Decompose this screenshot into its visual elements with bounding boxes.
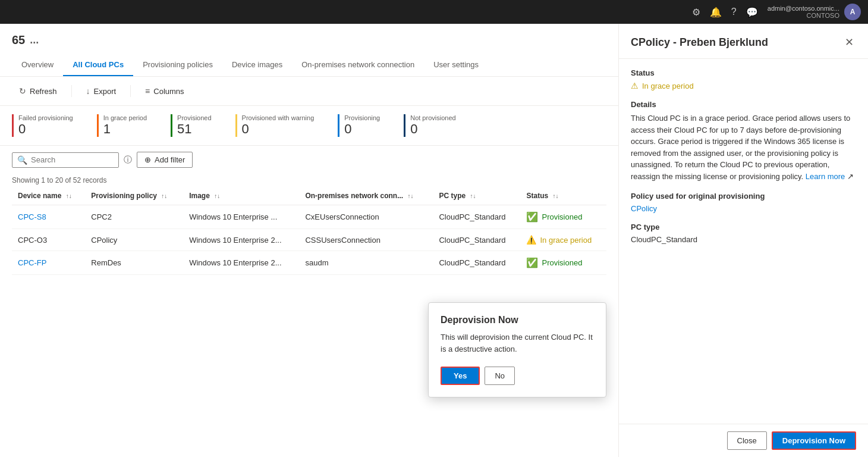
add-filter-label: Add filter (155, 155, 185, 164)
col-on-premises[interactable]: On-premises network conn... ↑↓ (299, 187, 433, 205)
col-pc-type[interactable]: PC type ↑↓ (433, 187, 520, 205)
user-name: admin@contoso.onmic... (768, 5, 839, 12)
stat-grace-label: In grace period (103, 114, 147, 121)
info-icon[interactable]: ⓘ (124, 155, 132, 165)
sort-status: ↑↓ (553, 193, 559, 199)
detail-panel: CPolicy - Preben Bjerklund ✕ Status ⚠ In… (618, 24, 868, 457)
sort-on-premises: ↑↓ (407, 193, 413, 199)
stat-not-provisioned[interactable]: Not provisioned 0 (404, 114, 473, 137)
refresh-icon: ↻ (19, 86, 26, 96)
device-name-cpc-s8[interactable]: CPC-S8 (18, 212, 46, 221)
stat-provisioned-label: Provisioned (177, 114, 211, 121)
learn-more-link[interactable]: Learn more (806, 172, 845, 181)
tab-provisioning-policies[interactable]: Provisioning policies (133, 54, 222, 76)
col-provisioning-policy[interactable]: Provisioning policy ↑↓ (85, 187, 183, 205)
table-row: CPC-S8 CPC2 Windows 10 Enterprise ... Cx… (12, 205, 606, 229)
deprovision-now-button[interactable]: Deprovision Now (772, 431, 856, 450)
panel-header: CPolicy - Preben Bjerklund ✕ (619, 24, 868, 59)
tab-all-cloud-pcs[interactable]: All Cloud PCs (63, 54, 133, 76)
stat-provisioned-value: 51 (177, 121, 211, 137)
sort-image: ↑↓ (214, 193, 220, 199)
warn-icon: ⚠️ (526, 235, 536, 245)
panel-status-label: Status (631, 68, 856, 77)
panel-warn-icon: ⚠ (631, 81, 639, 90)
status-cpc-s8: ✅ Provisioned (520, 205, 606, 229)
panel-policy-value[interactable]: CPolicy (631, 204, 657, 213)
on-premises-cpc-fp: saudm (299, 251, 433, 275)
stat-warning[interactable]: Provisioned with warning 0 (235, 114, 332, 137)
pc-type-cpc-o3: CloudPC_Standard (433, 229, 520, 251)
records-info: Showing 1 to 20 of 52 records (0, 174, 618, 187)
sort-device-name: ↑↓ (66, 193, 72, 199)
search-icon: 🔍 (17, 155, 27, 165)
confirm-no-button[interactable]: No (485, 367, 515, 385)
panel-policy-section: Policy used for original provisioning CP… (631, 192, 856, 213)
tab-on-premises[interactable]: On-premises network connection (292, 54, 424, 76)
stat-provisioning-label: Provisioning (344, 114, 380, 121)
sort-pc-type: ↑↓ (470, 193, 476, 199)
panel-pc-type-section: PC type CloudPC_Standard (631, 223, 856, 244)
topbar: ⚙ 🔔 ? 💬 admin@contoso.onmic... CONTOSO A (0, 0, 868, 24)
panel-policy-label: Policy used for original provisioning (631, 192, 856, 201)
page-title-dots: ... (30, 34, 39, 46)
provisioning-policy-cpc-fp: RemDes (85, 251, 183, 275)
user-menu[interactable]: admin@contoso.onmic... CONTOSO A (768, 4, 861, 20)
help-icon[interactable]: ? (731, 7, 737, 17)
device-name-cpc-o3: CPC-O3 (12, 229, 85, 251)
notification-icon[interactable]: 🔔 (710, 7, 722, 18)
avatar[interactable]: A (844, 4, 861, 20)
columns-button[interactable]: ≡ Columns (138, 83, 191, 99)
on-premises-cpc-s8: CxEUsersConnection (299, 205, 433, 229)
tabs-nav: Overview All Cloud PCs Provisioning poli… (12, 54, 606, 76)
export-label: Export (94, 87, 117, 96)
col-image[interactable]: Image ↑↓ (183, 187, 299, 205)
settings-icon[interactable]: ⚙ (692, 7, 700, 18)
filter-row: 🔍 ⓘ ⊕ Add filter (0, 146, 618, 174)
panel-details-section: Details This Cloud PC is in a grace peri… (631, 100, 856, 182)
export-button[interactable]: ↓ Export (79, 83, 124, 99)
feedback-icon[interactable]: 💬 (746, 7, 758, 18)
panel-content: Status ⚠ In grace period Details This Cl… (619, 59, 868, 424)
export-icon: ↓ (86, 86, 90, 96)
confirm-yes-button[interactable]: Yes (441, 367, 480, 385)
stat-warning-label: Provisioned with warning (242, 114, 315, 121)
columns-label: Columns (153, 87, 184, 96)
stat-warning-value: 0 (242, 121, 315, 137)
panel-details-label: Details (631, 100, 856, 109)
search-box[interactable]: 🔍 (12, 152, 119, 168)
stat-failed-value: 0 (18, 121, 73, 137)
image-cpc-fp: Windows 10 Enterprise 2... (183, 251, 299, 275)
panel-close-action-button[interactable]: Close (727, 431, 767, 450)
stat-failed[interactable]: Failed provisioning 0 (12, 114, 91, 137)
page-title: 65 (12, 33, 25, 47)
panel-close-button[interactable]: ✕ (842, 33, 856, 51)
stat-grace[interactable]: In grace period 1 (97, 114, 165, 137)
confirm-dialog: Deprovision Now This will deprovision th… (428, 302, 606, 397)
stat-provisioning[interactable]: Provisioning 0 (338, 114, 398, 137)
stat-provisioned[interactable]: Provisioned 51 (171, 114, 229, 137)
check-icon-2: ✅ (526, 257, 538, 268)
col-status[interactable]: Status ↑↓ (520, 187, 606, 205)
stat-grace-value: 1 (103, 121, 147, 137)
add-filter-button[interactable]: ⊕ Add filter (137, 152, 193, 168)
stat-provisioning-value: 0 (344, 121, 380, 137)
toolbar-separator-1 (71, 85, 72, 97)
cloud-pcs-table: Device name ↑↓ Provisioning policy ↑↓ Im… (12, 187, 606, 275)
panel-pc-type-label: PC type (631, 223, 856, 231)
stat-not-provisioned-label: Not provisioned (410, 114, 455, 121)
status-cpc-o3: ⚠️ In grace period (520, 229, 606, 251)
device-name-cpc-fp[interactable]: CPC-FP (18, 258, 46, 267)
search-input[interactable] (31, 155, 114, 164)
tenant-name: CONTOSO (768, 12, 839, 19)
table-row: CPC-O3 CPolicy Windows 10 Enterprise 2..… (12, 229, 606, 251)
col-device-name[interactable]: Device name ↑↓ (12, 187, 85, 205)
refresh-button[interactable]: ↻ Refresh (12, 83, 64, 99)
on-premises-cpc-o3: CSSUsersConnection (299, 229, 433, 251)
stats-row: Failed provisioning 0 In grace period 1 … (0, 106, 618, 146)
panel-pc-type-value: CloudPC_Standard (631, 235, 856, 244)
tab-overview[interactable]: Overview (12, 54, 63, 76)
tab-user-settings[interactable]: User settings (424, 54, 488, 76)
image-cpc-o3: Windows 10 Enterprise 2... (183, 229, 299, 251)
tab-device-images[interactable]: Device images (222, 54, 292, 76)
provisioning-policy-cpc-o3: CPolicy (85, 229, 183, 251)
